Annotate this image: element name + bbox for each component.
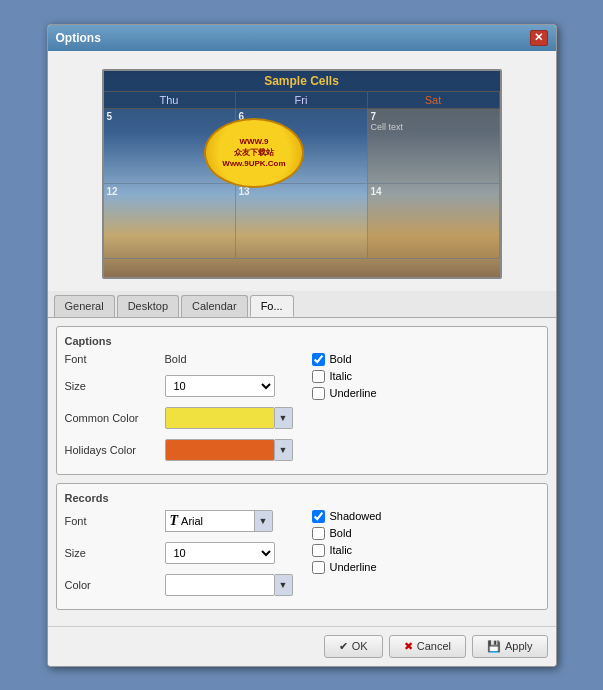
captions-italic-checkbox[interactable] <box>312 370 325 383</box>
captions-bold-checkbox-row: Bold <box>312 353 539 366</box>
captions-checkboxes: Bold Italic Underline <box>302 353 539 466</box>
captions-common-color-row: Common Color ▼ <box>65 407 302 429</box>
day-thu: Thu <box>104 92 236 108</box>
captions-common-color-label: Common Color <box>65 412 165 424</box>
records-size-row: Size 10 8 12 <box>65 542 302 564</box>
tab-desktop[interactable]: Desktop <box>117 295 179 317</box>
captions-section: Captions Font Bold Size 10 8 <box>56 326 548 475</box>
records-color-swatch[interactable] <box>165 574 275 596</box>
watermark-line1: WWW.9 <box>222 136 285 147</box>
records-bold-label: Bold <box>330 527 352 539</box>
records-italic-checkbox-row: Italic <box>312 544 539 557</box>
captions-holidays-color-label: Holidays Color <box>65 444 165 456</box>
records-underline-label: Underline <box>330 561 377 573</box>
captions-bold-checkbox[interactable] <box>312 353 325 366</box>
captions-font-value: Bold <box>165 353 187 365</box>
preview-header: Sample Cells <box>104 71 500 92</box>
records-italic-checkbox[interactable] <box>312 544 325 557</box>
watermark-line3: Www.9UPK.Com <box>222 158 285 169</box>
records-color-dropdown[interactable]: ▼ <box>275 574 293 596</box>
apply-icon: 💾 <box>487 640 501 653</box>
records-font-value: Arial <box>181 515 203 527</box>
captions-underline-label: Underline <box>330 387 377 399</box>
cancel-button[interactable]: ✖ Cancel <box>389 635 466 658</box>
tabs-container: General Desktop Calendar Fo... <box>48 291 556 318</box>
day-sat: Sat <box>368 92 500 108</box>
title-bar: Options ✕ <box>48 25 556 51</box>
tab-general[interactable]: General <box>54 295 115 317</box>
records-font-dropdown[interactable]: ▼ <box>255 510 273 532</box>
captions-size-label: Size <box>65 380 165 392</box>
records-italic-label: Italic <box>330 544 353 556</box>
captions-holidays-color-dropdown[interactable]: ▼ <box>275 439 293 461</box>
ok-checkmark-icon: ✔ <box>339 640 348 653</box>
captions-holidays-color-swatch[interactable] <box>165 439 275 461</box>
captions-font-row: Font Bold <box>65 353 302 365</box>
records-color-label: Color <box>65 579 165 591</box>
apply-button[interactable]: 💾 Apply <box>472 635 548 658</box>
calendar-cells: 5 6 Cell text 7 Cell text 12 13 <box>104 109 500 259</box>
captions-font-label: Font <box>65 353 165 365</box>
ok-button[interactable]: ✔ OK <box>324 635 383 658</box>
records-underline-checkbox-row: Underline <box>312 561 539 574</box>
captions-section-label: Captions <box>65 335 539 347</box>
records-color-row: Color ▼ <box>65 574 302 596</box>
captions-underline-checkbox-row: Underline <box>312 387 539 400</box>
captions-size-select[interactable]: 10 8 12 <box>165 375 275 397</box>
records-bold-checkbox-row: Bold <box>312 527 539 540</box>
captions-common-color-dropdown[interactable]: ▼ <box>275 407 293 429</box>
cancel-x-icon: ✖ <box>404 640 413 653</box>
captions-underline-checkbox[interactable] <box>312 387 325 400</box>
captions-italic-label: Italic <box>330 370 353 382</box>
tab-fonts[interactable]: Fo... <box>250 295 294 317</box>
records-section-label: Records <box>65 492 539 504</box>
records-section: Records Font T Arial ▼ <box>56 483 548 610</box>
ok-label: OK <box>352 640 368 652</box>
dialog-footer: ✔ OK ✖ Cancel 💾 Apply <box>48 626 556 666</box>
records-bold-checkbox[interactable] <box>312 527 325 540</box>
records-shadowed-checkbox-row: Shadowed <box>312 510 539 523</box>
content-area: Captions Font Bold Size 10 8 <box>48 318 556 626</box>
apply-label: Apply <box>505 640 533 652</box>
captions-bold-label: Bold <box>330 353 352 365</box>
records-size-select[interactable]: 10 8 12 <box>165 542 275 564</box>
cell-14: 14 <box>368 184 500 259</box>
captions-italic-checkbox-row: Italic <box>312 370 539 383</box>
days-header-row: Thu Fri Sat <box>104 92 500 109</box>
captions-holidays-color-row: Holidays Color ▼ <box>65 439 302 461</box>
options-dialog: Options ✕ Sample Cells Thu Fri Sat 5 6 <box>47 24 557 667</box>
records-checkboxes: Shadowed Bold Italic Underline <box>302 510 539 601</box>
records-shadowed-label: Shadowed <box>330 510 382 522</box>
watermark-line2: 众友下载站 <box>222 147 285 158</box>
records-font-row: Font T Arial ▼ <box>65 510 302 532</box>
calendar-preview: Sample Cells Thu Fri Sat 5 6 Cell text 7 <box>102 69 502 279</box>
cancel-label: Cancel <box>417 640 451 652</box>
records-font-label: Font <box>65 515 165 527</box>
cell-12: 12 <box>104 184 236 259</box>
records-size-label: Size <box>65 547 165 559</box>
tab-calendar[interactable]: Calendar <box>181 295 248 317</box>
captions-size-row: Size 10 8 12 <box>65 375 302 397</box>
cell-7: 7 Cell text <box>368 109 500 184</box>
close-button[interactable]: ✕ <box>530 30 548 46</box>
cell-13: 13 <box>236 184 368 259</box>
records-font-icon: T <box>170 513 179 529</box>
records-underline-checkbox[interactable] <box>312 561 325 574</box>
records-shadowed-checkbox[interactable] <box>312 510 325 523</box>
captions-common-color-swatch[interactable] <box>165 407 275 429</box>
dialog-title: Options <box>56 31 101 45</box>
day-fri: Fri <box>236 92 368 108</box>
